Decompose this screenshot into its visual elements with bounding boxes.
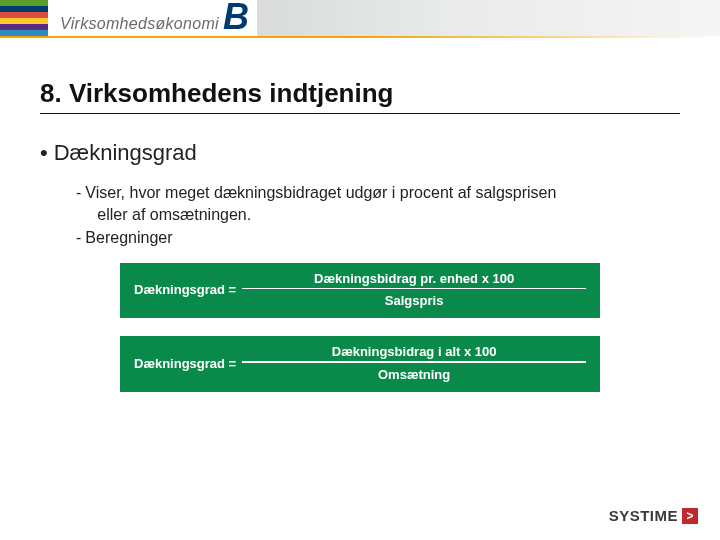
sub-item-text: Beregninger [85, 227, 680, 249]
footer-logo: SYSTIME > [609, 507, 698, 524]
page-title: 8. Virksomhedens indtjening [40, 78, 680, 114]
formula-numerator: Dækningsbidrag pr. enhed x 100 [242, 271, 586, 288]
bullet-dot-icon: • [40, 140, 48, 165]
formula-fraction: Dækningsbidrag pr. enhed x 100 Salgspris [242, 271, 586, 309]
formula-box: Dækningsgrad = Dækningsbidrag i alt x 10… [120, 336, 600, 392]
arrow-right-icon: > [682, 508, 698, 524]
formula-left: Dækningsgrad = [134, 356, 236, 371]
sub-item: - Beregninger [76, 227, 680, 249]
formula-denominator: Omsætning [242, 363, 586, 382]
formula-left: Dækningsgrad = [134, 282, 236, 297]
header-bg [257, 0, 720, 36]
dash-icon: - [76, 227, 81, 249]
bullet-main: •Dækningsgrad [40, 140, 680, 166]
sub-item-text-cont: eller af omsætningen. [97, 204, 680, 226]
formula-numerator: Dækningsbidrag i alt x 100 [242, 344, 586, 361]
stripes-icon [0, 0, 48, 36]
header: Virksomhedsøkonomi B [0, 0, 720, 36]
footer-logo-text: SYSTIME [609, 507, 678, 524]
sub-item: - Viser, hvor meget dækningsbidraget udg… [76, 182, 680, 225]
formula-denominator: Salgspris [242, 289, 586, 308]
bullet-main-label: Dækningsgrad [54, 140, 197, 165]
formula-box: Dækningsgrad = Dækningsbidrag pr. enhed … [120, 263, 600, 319]
brand-text: Virksomhedsøkonomi [60, 15, 219, 33]
brand-letter: B [223, 3, 249, 32]
content: 8. Virksomhedens indtjening •Dækningsgra… [0, 38, 720, 392]
sub-item-text: Viser, hvor meget dækningsbidraget udgør… [85, 184, 556, 201]
brand: Virksomhedsøkonomi B [60, 3, 249, 33]
formula-fraction: Dækningsbidrag i alt x 100 Omsætning [242, 344, 586, 382]
sub-list: - Viser, hvor meget dækningsbidraget udg… [76, 182, 680, 249]
dash-icon: - [76, 182, 81, 204]
